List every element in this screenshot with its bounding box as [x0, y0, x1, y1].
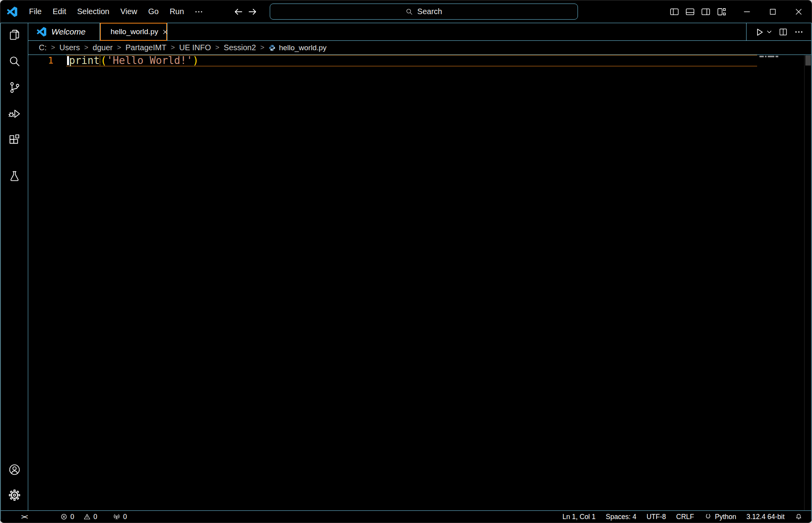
run-dropdown-icon[interactable] [766, 29, 772, 35]
code-text: print('Hello World!') [66, 55, 199, 66]
eol-status[interactable]: CRLF [676, 513, 694, 521]
problems-status[interactable]: 0 0 [60, 513, 97, 521]
minimap-line [759, 56, 778, 57]
minimap[interactable] [758, 55, 804, 510]
ports-status[interactable]: 0 [113, 513, 127, 521]
layout-panel-icon[interactable] [685, 7, 695, 17]
layout-controls [669, 0, 727, 23]
code-token-paren-open: ( [100, 55, 107, 66]
close-icon[interactable] [786, 0, 812, 23]
forward-arrow-icon[interactable] [247, 7, 258, 17]
chevron-right-icon: > [215, 44, 220, 52]
tab-close-icon[interactable] [162, 28, 169, 35]
vscode-logo-icon [37, 27, 46, 36]
status-bar: >< 0 0 0 Ln 1, Col 1 Spaces: 4 UTF-8 C [1, 510, 811, 523]
window-controls [734, 0, 812, 23]
menu-view[interactable]: View [115, 0, 143, 23]
warning-icon [84, 513, 91, 520]
vscode-window: File Edit Selection View Go Run Search [0, 0, 812, 523]
vscode-logo-icon [7, 7, 17, 17]
language-status[interactable]: Python [704, 513, 736, 521]
chevron-right-icon: > [171, 44, 175, 52]
account-icon[interactable] [8, 463, 21, 476]
more-actions-icon[interactable] [794, 27, 804, 37]
code-token-string: 'Hello World!' [107, 55, 193, 66]
settings-gear-icon[interactable] [8, 488, 21, 502]
testing-icon[interactable] [8, 169, 21, 183]
breadcrumb-segment[interactable]: Session2 [224, 43, 256, 52]
language-braces-icon [704, 513, 712, 521]
cursor-position-status[interactable]: Ln 1, Col 1 [562, 513, 596, 521]
run-debug-icon[interactable] [8, 107, 21, 120]
customize-layout-icon[interactable] [716, 7, 727, 17]
history-nav [233, 0, 258, 23]
breadcrumb-segment[interactable]: dguer [93, 43, 113, 52]
language-label: Python [715, 513, 736, 521]
scrollbar-thumb[interactable] [805, 55, 811, 66]
menu-run[interactable]: Run [164, 0, 190, 23]
layout-sidebar-left-icon[interactable] [669, 7, 679, 17]
menu-edit[interactable]: Edit [47, 0, 71, 23]
code-token-paren-close: ) [193, 55, 199, 66]
indentation-status[interactable]: Spaces: 4 [606, 513, 636, 521]
errors-status[interactable]: 0 [60, 513, 74, 521]
minimize-icon[interactable] [734, 0, 760, 23]
chevron-right-icon: > [51, 44, 55, 52]
editor-gutter: 1 [28, 55, 66, 66]
search-label: Search [417, 7, 442, 16]
title-bar: File Edit Selection View Go Run Search [0, 0, 812, 23]
bell-icon [795, 513, 803, 521]
breadcrumb-segment[interactable]: C: [39, 43, 47, 52]
current-line[interactable]: print('Hello World!') [66, 55, 757, 66]
extensions-icon[interactable] [8, 133, 21, 147]
tab-hello-world[interactable]: hello_world.py [100, 23, 167, 41]
tab-label: hello_world.py [111, 27, 158, 36]
command-center-search[interactable]: Search [270, 4, 578, 20]
tab-bar-empty-space [167, 23, 746, 40]
remote-icon[interactable]: >< [21, 513, 27, 521]
breadcrumb-segment[interactable]: Users [60, 43, 80, 52]
encoding-status[interactable]: UTF-8 [647, 513, 666, 521]
breadcrumb-segment[interactable]: UE INFO [179, 43, 211, 52]
warnings-count: 0 [93, 513, 97, 521]
run-button-icon[interactable] [754, 27, 765, 37]
source-control-icon[interactable] [8, 81, 21, 94]
code-editor[interactable]: 1 print('Hello World!') [28, 55, 811, 510]
activity-bar [1, 23, 28, 510]
editor-actions [746, 23, 811, 40]
menu-overflow-icon[interactable] [189, 0, 208, 23]
ports-icon [113, 513, 120, 521]
menu-selection[interactable]: Selection [72, 0, 115, 23]
workbench: Welcome hello_world.py [0, 23, 812, 523]
menu-bar: File Edit Selection View Go Run [24, 0, 208, 23]
chevron-right-icon: > [84, 44, 89, 52]
explorer-icon[interactable] [8, 28, 21, 42]
breadcrumb-file[interactable]: hello_world.py [279, 44, 326, 52]
status-bar-right: Ln 1, Col 1 Spaces: 4 UTF-8 CRLF Python … [562, 513, 803, 521]
maximize-icon[interactable] [760, 0, 786, 23]
search-icon[interactable] [8, 55, 21, 68]
interpreter-status[interactable]: 3.12.4 64-bit [747, 513, 785, 521]
errors-count: 0 [70, 513, 74, 521]
warnings-status[interactable]: 0 [84, 513, 97, 521]
back-arrow-icon[interactable] [233, 7, 243, 17]
workbench-content: Welcome hello_world.py [1, 23, 811, 510]
split-editor-icon[interactable] [778, 27, 788, 37]
search-icon [405, 8, 413, 16]
ports-count: 0 [123, 513, 127, 521]
vertical-scrollbar[interactable] [804, 55, 811, 510]
tab-bar: Welcome hello_world.py [28, 23, 811, 41]
error-icon [60, 513, 67, 520]
tab-welcome[interactable]: Welcome [28, 23, 100, 40]
tab-label: Welcome [51, 27, 85, 36]
code-token-function: print [69, 55, 100, 66]
menu-go[interactable]: Go [143, 0, 164, 23]
line-number: 1 [28, 55, 66, 66]
menu-file[interactable]: File [24, 0, 47, 23]
python-icon [269, 44, 276, 51]
chevron-right-icon: > [260, 44, 265, 52]
notifications-status[interactable] [795, 513, 803, 521]
layout-sidebar-right-icon[interactable] [701, 7, 711, 17]
breadcrumb-segment[interactable]: PartageIMT [125, 43, 166, 52]
breadcrumb: C: > Users > dguer > PartageIMT > UE INF… [28, 41, 811, 55]
